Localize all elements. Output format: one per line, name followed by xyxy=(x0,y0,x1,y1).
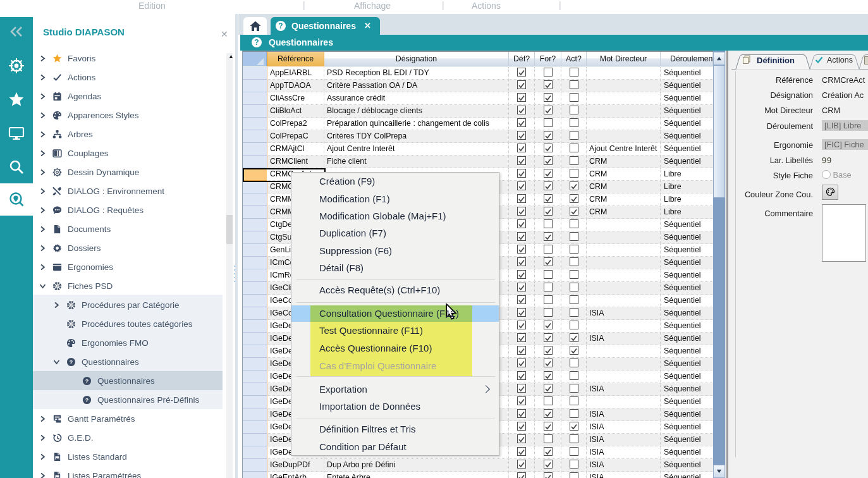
svg-text:?: ? xyxy=(85,396,89,403)
svg-text:?: ? xyxy=(70,358,73,365)
svg-text:?: ? xyxy=(85,377,89,384)
